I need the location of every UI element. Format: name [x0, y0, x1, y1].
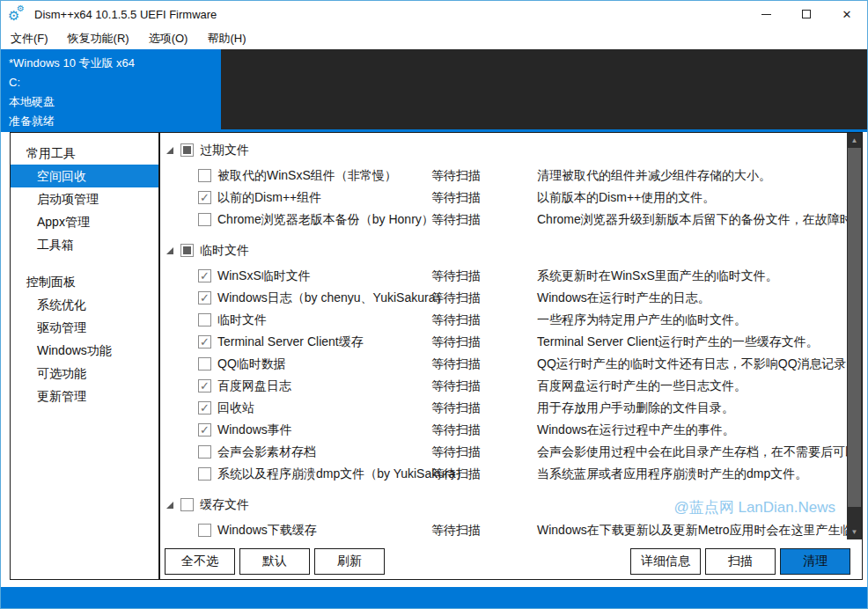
group-row[interactable]: 临时文件 [160, 239, 848, 261]
button-全不选[interactable]: 全不选 [165, 548, 235, 575]
sidebar-item-系统优化[interactable]: 系统优化 [11, 293, 158, 316]
checkbox[interactable] [198, 213, 211, 226]
button-扫描[interactable]: 扫描 [705, 548, 776, 575]
checkbox[interactable] [198, 357, 211, 371]
item-status: 等待扫描 [431, 441, 481, 463]
item-description: 以前版本的Dism++使用的文件。 [537, 187, 715, 209]
cleanup-item-row[interactable]: ✓回收站等待扫描用于存放用户手动删除的文件目录。 [160, 397, 848, 419]
item-description: Terminal Server Client运行时产生的一些缓存文件。 [537, 331, 819, 353]
item-label: 以前的Dism++组件 [217, 187, 321, 209]
cleanup-item-row[interactable]: ✓百度网盘日志等待扫描百度网盘运行时产生的一些日志文件。 [160, 375, 848, 397]
cleanup-item-row[interactable]: ✓Windows事件等待扫描Windows在运行过程中产生的事件。 [160, 419, 848, 441]
cleanup-item-row[interactable]: ✓以前的Dism++组件等待扫描以前版本的Dism++使用的文件。 [160, 187, 848, 209]
item-status: 等待扫描 [431, 187, 481, 209]
check-mark-icon: ✓ [200, 424, 210, 436]
close-button[interactable]: ✕ [827, 1, 867, 27]
item-label: Terminal Server Client缓存 [217, 331, 364, 353]
item-description: Chrome浏览器升级到新版本后留下的备份文件，在故障时回滚到老 [537, 209, 848, 231]
item-status: 等待扫描 [431, 209, 481, 231]
menu-item[interactable]: 文件(F) [1, 27, 58, 49]
item-status: 等待扫描 [431, 463, 481, 485]
item-description: 用于存放用户手动删除的文件目录。 [537, 397, 734, 419]
cleanup-item-row[interactable]: ✓Terminal Server Client缓存等待扫描Terminal Se… [160, 331, 848, 353]
item-description: Windows在运行时产生的日志。 [537, 287, 710, 309]
cleanup-item-row[interactable]: ✓WinSxS临时文件等待扫描系统更新时在WinSxS里面产生的临时文件。 [160, 265, 848, 287]
sidebar-item-工具箱[interactable]: 工具箱 [11, 233, 158, 256]
check-mark-icon: ✓ [200, 192, 210, 203]
checkbox[interactable] [180, 498, 194, 511]
item-label: Windows事件 [217, 419, 292, 441]
item-label: 被取代的WinSxS组件（非常慢） [217, 165, 397, 187]
target-image-panel[interactable]: *Windows 10 专业版 x64C:本地硬盘准备就绪 [1, 49, 221, 129]
checkbox[interactable] [198, 467, 211, 481]
minimize-button[interactable] [746, 1, 786, 27]
checkbox[interactable]: ✓ [198, 191, 211, 204]
watermark: @蓝点网 LanDian.News [673, 497, 835, 517]
button-清理[interactable]: 清理 [780, 548, 850, 575]
checkbox[interactable] [198, 313, 211, 327]
group-row[interactable]: 过期文件 [160, 139, 848, 161]
cleanup-item-row[interactable]: 临时文件等待扫描一些程序为特定用户产生的临时文件。 [160, 309, 848, 331]
checkbox[interactable]: ✓ [198, 379, 211, 393]
group-label: 缓存文件 [200, 494, 249, 516]
cleanup-item-row[interactable]: 被取代的WinSxS组件（非常慢）等待扫描清理被取代的组件并减少组件存储的大小。 [160, 165, 848, 187]
item-label: 系统以及程序崩溃dmp文件（by YukiSakura） [217, 463, 467, 485]
menu-item[interactable]: 选项(O) [139, 27, 198, 49]
checkbox[interactable] [198, 445, 211, 459]
sidebar-item-更新管理[interactable]: 更新管理 [11, 385, 158, 407]
button-详细信息[interactable]: 详细信息 [630, 548, 701, 575]
sidebar-item-Appx管理[interactable]: Appx管理 [11, 210, 158, 233]
checkbox[interactable] [198, 169, 211, 182]
group-label: 过期文件 [200, 139, 249, 161]
item-description: 会声会影使用过程中会在此目录产生存档，在不需要后可以删除。 [537, 441, 848, 463]
scroll-up-icon[interactable]: ▲ [847, 133, 862, 148]
checkbox[interactable] [198, 524, 211, 537]
checkbox[interactable]: ✓ [198, 291, 211, 304]
cleanup-item-row[interactable]: 系统以及程序崩溃dmp文件（by YukiSakura）等待扫描当系统蓝屏或者应… [160, 463, 848, 485]
cleanup-item-row[interactable]: QQ临时数据等待扫描QQ运行时产生的临时文件还有日志，不影响QQ消息记录，建议定 [160, 353, 848, 375]
scrollbar[interactable]: ▲ ▼ [847, 133, 862, 539]
group-label: 临时文件 [200, 239, 249, 261]
item-label: Windows下载缓存 [217, 519, 317, 541]
expander-icon[interactable] [166, 247, 173, 254]
checkbox[interactable] [180, 244, 194, 257]
item-status: 等待扫描 [431, 287, 481, 309]
sidebar-section-header: 控制面板 [11, 270, 158, 293]
item-label: 回收站 [217, 397, 254, 419]
sidebar-item-空间回收[interactable]: 空间回收 [11, 165, 158, 187]
button-默认[interactable]: 默认 [239, 548, 310, 575]
item-label: QQ临时数据 [217, 353, 286, 375]
item-description: 系统更新时在WinSxS里面产生的临时文件。 [537, 265, 778, 287]
left-button-row: 全不选默认刷新 [165, 548, 385, 575]
sidebar-item-驱动管理[interactable]: 驱动管理 [11, 316, 158, 339]
sidebar-item-Windows功能[interactable]: Windows功能 [11, 339, 158, 362]
expander-icon[interactable] [166, 502, 173, 509]
checkbox[interactable]: ✓ [198, 335, 211, 349]
scroll-down-icon[interactable]: ▼ [847, 525, 862, 539]
checkbox[interactable]: ✓ [198, 423, 211, 437]
checkbox[interactable]: ✓ [198, 269, 211, 282]
menu-item[interactable]: 帮助(H) [197, 27, 255, 49]
scrollbar-thumb[interactable] [848, 148, 861, 507]
right-button-row: 详细信息扫描清理 [630, 548, 850, 575]
checkbox[interactable]: ✓ [198, 401, 211, 415]
dism-window: ⚙ ⚙ Dism++x64 10.1.5.5 UEFI Firmware ✕ 文… [0, 0, 868, 609]
check-mark-icon: ✓ [200, 402, 210, 414]
cleanup-list-panel: 过期文件被取代的WinSxS组件（非常慢）等待扫描清理被取代的组件并减少组件存储… [159, 132, 863, 580]
maximize-button[interactable] [786, 1, 827, 27]
item-description: 百度网盘运行时产生的一些日志文件。 [537, 375, 747, 397]
sidebar-section-gap [11, 256, 158, 270]
cleanup-item-row[interactable]: ✓Windows日志（by chenyu、YukiSakura）等待扫描Wind… [160, 287, 848, 309]
sidebar-item-可选功能[interactable]: 可选功能 [11, 362, 158, 385]
item-status: 等待扫描 [431, 397, 481, 419]
expander-icon[interactable] [166, 147, 173, 154]
cleanup-item-row[interactable]: 会声会影素材存档等待扫描会声会影使用过程中会在此目录产生存档，在不需要后可以删除… [160, 441, 848, 463]
indeterminate-mark-icon [183, 246, 191, 254]
menu-item[interactable]: 恢复功能(R) [58, 27, 139, 49]
button-刷新[interactable]: 刷新 [314, 548, 385, 575]
cleanup-item-row[interactable]: Chrome浏览器老版本备份（by Honry）等待扫描Chrome浏览器升级到… [160, 209, 848, 231]
cleanup-item-row[interactable]: Windows下载缓存等待扫描Windows在下载更新以及更新Metro应用时会… [160, 519, 848, 541]
checkbox[interactable] [180, 143, 194, 157]
sidebar-item-启动项管理[interactable]: 启动项管理 [11, 187, 158, 210]
minimize-icon [761, 14, 771, 15]
